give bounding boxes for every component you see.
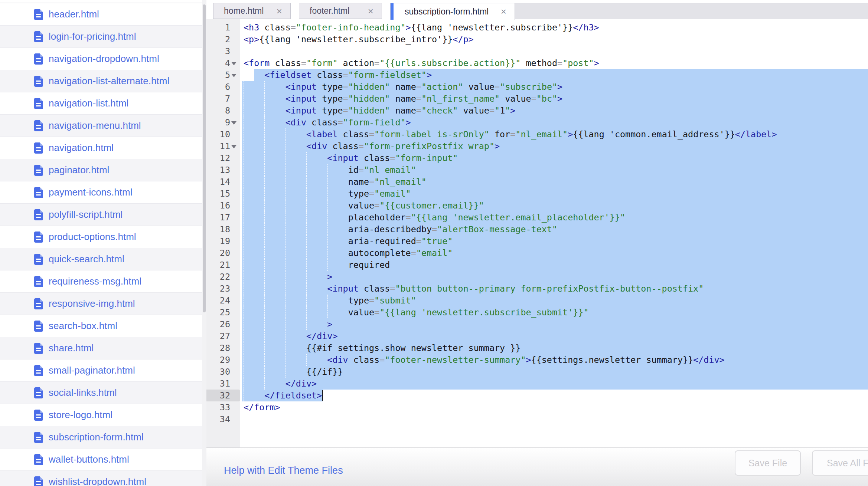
code-line-20[interactable]: 20 autocomplete="email"	[206, 247, 868, 259]
file-item-polyfill-script.html[interactable]: polyfill-script.html	[0, 203, 202, 226]
file-name: share.html	[49, 342, 94, 354]
file-item-wishlist-dropdown.html[interactable]: wishlist-dropdown.html	[0, 470, 202, 486]
code-line-15[interactable]: 15 type="email"	[206, 188, 868, 200]
code-line-34[interactable]: 34	[206, 413, 868, 425]
code-line-31[interactable]: 31 </div>	[206, 378, 868, 390]
code-line-18[interactable]: 18 aria-describedby="alertBox-message-te…	[206, 223, 868, 235]
file-item-search-box.html[interactable]: search-box.html	[0, 315, 202, 337]
tab-close-icon[interactable]: ×	[494, 7, 506, 16]
code-line-19[interactable]: 19 aria-required="true"	[206, 235, 868, 247]
code-line-22[interactable]: 22 >	[206, 271, 868, 283]
code-line-4[interactable]: 4<form class="form" action="{{urls.subsc…	[206, 57, 868, 69]
line-number: 24	[206, 295, 230, 306]
code-line-29[interactable]: 29 <div class="footer-newsletter-summary…	[206, 354, 868, 366]
line-number: 14	[206, 176, 230, 188]
file-name: small-paginator.html	[49, 365, 135, 376]
code-line-9[interactable]: 9 <div class="form-field">	[206, 116, 868, 128]
tab-footer.html[interactable]: footer.html×	[299, 3, 382, 19]
code-line-16[interactable]: 16 value="{{customer.email}}"	[206, 200, 868, 211]
tab-home.html[interactable]: home.html×	[213, 3, 291, 19]
code-line-10[interactable]: 10 <label class="form-label is-srOnly" f…	[206, 128, 868, 140]
fold-arrow-icon[interactable]	[231, 62, 236, 65]
code-line-3[interactable]: 3	[206, 45, 868, 57]
file-item-payment-icons.html[interactable]: payment-icons.html	[0, 181, 202, 203]
file-item-header.html[interactable]: header.html	[0, 3, 202, 25]
code-line-11[interactable]: 11 <div class="form-prefixPostfix wrap">	[206, 140, 868, 152]
help-link[interactable]: Help with Edit Theme Files	[224, 465, 343, 476]
line-number: 1	[206, 22, 230, 33]
line-number: 19	[206, 235, 230, 247]
line-number: 31	[206, 378, 230, 390]
file-name: search-box.html	[49, 320, 117, 332]
line-number: 29	[206, 354, 230, 366]
file-item-responsive-img.html[interactable]: responsive-img.html	[0, 292, 202, 315]
file-name: quick-search.html	[49, 253, 124, 265]
line-number: 30	[206, 366, 230, 378]
fold-arrow-icon[interactable]	[231, 74, 236, 77]
code-line-5[interactable]: 5 <fieldset class="form-fieldset">	[206, 69, 868, 81]
line-number: 7	[206, 93, 230, 105]
file-item-paginator.html[interactable]: paginator.html	[0, 159, 202, 181]
code-line-17[interactable]: 17 placeholder="{{lang 'newsletter.email…	[206, 211, 868, 223]
code-line-7[interactable]: 7 <input type="hidden" name="nl_first_na…	[206, 93, 868, 105]
code-line-25[interactable]: 25 value="{{lang 'newsletter.subscribe_s…	[206, 306, 868, 318]
code-line-24[interactable]: 24 type="submit"	[206, 295, 868, 306]
file-item-product-options.html[interactable]: product-options.html	[0, 226, 202, 248]
code-text: </div>	[244, 378, 317, 390]
file-item-navigation-list-alternate.html[interactable]: navigation-list-alternate.html	[0, 70, 202, 92]
code-line-12[interactable]: 12 <input class="form-input"	[206, 152, 868, 164]
file-item-requireness-msg.html[interactable]: requireness-msg.html	[0, 270, 202, 292]
code-line-8[interactable]: 8 <input type="hidden" name="check" valu…	[206, 105, 868, 116]
code-line-23[interactable]: 23 <input class="button button--primary …	[206, 283, 868, 295]
code-text: <input class="form-input"	[244, 152, 458, 164]
tab-close-icon[interactable]: ×	[361, 6, 373, 16]
sidebar-scrollbar-thumb[interactable]	[203, 4, 206, 312]
file-name: navigation-list.html	[49, 98, 128, 109]
code-line-33[interactable]: 33</form>	[206, 401, 868, 413]
code-line-2[interactable]: 2<p>{{lang 'newsletter.subscribe_intro'}…	[206, 33, 868, 45]
line-number: 10	[206, 128, 230, 140]
code-line-32[interactable]: 32 </fieldset>	[206, 390, 868, 401]
code-line-21[interactable]: 21 required	[206, 259, 868, 271]
file-item-subscription-form.html[interactable]: subscription-form.html	[0, 426, 202, 448]
code-line-13[interactable]: 13 id="nl_email"	[206, 164, 868, 176]
file-item-login-for-pricing.html[interactable]: login-for-pricing.html	[0, 25, 202, 47]
code-line-30[interactable]: 30 {{/if}}	[206, 366, 868, 378]
code-line-27[interactable]: 27 </div>	[206, 330, 868, 342]
file-icon	[34, 387, 43, 398]
file-icon	[34, 254, 43, 265]
code-text: </fieldset>	[244, 390, 322, 401]
code-line-26[interactable]: 26 >	[206, 318, 868, 330]
code-line-1[interactable]: 1<h3 class="footer-info-heading">{{lang …	[206, 22, 868, 33]
file-item-small-paginator.html[interactable]: small-paginator.html	[0, 359, 202, 381]
code-text: required	[244, 259, 390, 271]
line-number: 27	[206, 330, 230, 342]
file-item-navigation-dropdown.html[interactable]: navigation-dropdown.html	[0, 47, 202, 70]
file-item-share.html[interactable]: share.html	[0, 337, 202, 359]
tab-subscription-form.html[interactable]: subscription-form.html×	[390, 3, 515, 20]
file-item-navigation-list.html[interactable]: navigation-list.html	[0, 92, 202, 114]
fold-arrow-icon[interactable]	[231, 121, 236, 125]
fold-arrow-icon[interactable]	[231, 145, 236, 148]
file-item-navigation-menu.html[interactable]: navigation-menu.html	[0, 114, 202, 137]
file-item-quick-search.html[interactable]: quick-search.html	[0, 248, 202, 270]
tab-close-icon[interactable]: ×	[270, 6, 282, 16]
file-item-navigation.html[interactable]: navigation.html	[0, 137, 202, 159]
code-line-14[interactable]: 14 name="nl_email"	[206, 176, 868, 188]
file-icon	[34, 9, 43, 20]
file-icon	[34, 365, 43, 376]
save-file-button[interactable]: Save File	[735, 450, 801, 476]
line-number: 20	[206, 247, 230, 259]
file-item-social-links.html[interactable]: social-links.html	[0, 381, 202, 404]
file-item-wallet-buttons.html[interactable]: wallet-buttons.html	[0, 448, 202, 470]
line-number: 15	[206, 188, 230, 200]
save-all-files-button[interactable]: Save All Files	[812, 450, 868, 476]
code-text: <h3 class="footer-info-heading">{{lang '…	[244, 22, 599, 33]
file-icon	[34, 142, 43, 154]
code-editor[interactable]: 1<h3 class="footer-info-heading">{{lang …	[206, 19, 868, 447]
code-line-6[interactable]: 6 <input type="hidden" name="action" val…	[206, 81, 868, 93]
line-number: 6	[206, 81, 230, 93]
file-item-store-logo.html[interactable]: store-logo.html	[0, 404, 202, 426]
file-icon	[34, 165, 43, 176]
code-line-28[interactable]: 28 {{#if settings.show_newsletter_summar…	[206, 342, 868, 354]
